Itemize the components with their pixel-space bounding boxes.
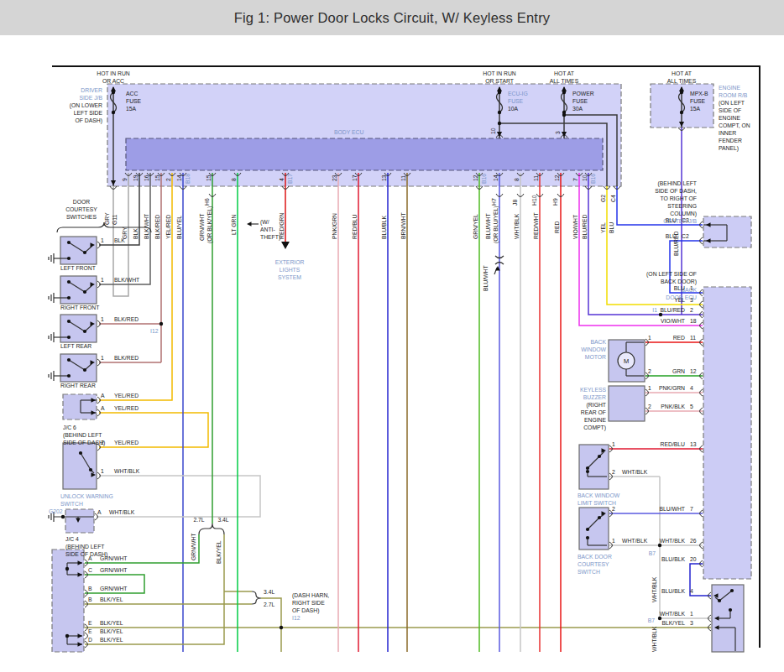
diagram-label: BLU — [666, 233, 677, 239]
diagram-label: SIDE OF DASH) — [63, 440, 105, 446]
diagram-label: B18 — [185, 174, 191, 184]
diagram-label: 19 — [133, 175, 139, 181]
box-left-front-switch — [60, 237, 97, 264]
diagram-label: 12 — [554, 175, 560, 181]
diagram-label: LEFT REAR — [60, 343, 91, 349]
switch-back-lock — [730, 589, 734, 592]
diagram-label: EXTERIOR — [275, 259, 305, 265]
diagram-label: SIDE OF DASH, — [655, 188, 697, 194]
diagram-label: 2 — [612, 506, 615, 512]
diagram-label: COURTESY — [578, 561, 609, 567]
diagram-label: GRN/YEL — [473, 214, 478, 239]
diagram-label: GRN/WHT — [100, 555, 127, 561]
diagram-label: BLK/WHT — [114, 277, 139, 283]
diagram-label: HOT IN RUN — [97, 70, 130, 76]
diagram-label: D — [88, 637, 92, 643]
diagram-label: FUSE — [690, 98, 706, 104]
diagram-label: PNK/GRN — [659, 385, 685, 391]
diagram-label: J8 — [512, 200, 518, 206]
diagram-label: PANEL) — [719, 145, 739, 152]
diagram-label: E — [88, 628, 92, 634]
diagram-label: YEL/RED — [114, 440, 139, 445]
diagram-label: (OR BLK/YEL) — [206, 206, 213, 243]
diagram-label: A — [88, 555, 92, 561]
diagram-label: OR ACC — [102, 78, 124, 84]
diagram-label: 16 — [144, 175, 149, 181]
diagram-label: C2 — [682, 233, 689, 239]
diagram-label: E — [88, 620, 92, 626]
diagram-label: BACK — [590, 339, 606, 345]
diagram-label: MOTOR — [585, 354, 606, 360]
diagram-label: 8 — [514, 178, 520, 181]
diagram-label: YEL/RED — [114, 393, 139, 399]
diagram-label: BACK DOOR) — [661, 279, 697, 285]
diagram-label: 3 — [555, 131, 561, 134]
diagram-label: GRY — [104, 212, 110, 225]
diagram-label: GRN — [672, 368, 685, 374]
diagram-label: G202 — [49, 508, 63, 514]
diagram-label: 12 — [690, 368, 697, 374]
switch-limit — [586, 466, 589, 470]
diagram-label: J/C 6 — [63, 425, 76, 430]
switch-back-lock — [729, 608, 732, 612]
diagram-label: 11 — [400, 175, 406, 181]
diagram-label: B7 — [648, 617, 656, 623]
diagram-label: GRN/WHT — [100, 567, 127, 573]
diagram-label: BLK — [133, 228, 139, 239]
diagram-label: BLU/WHT — [485, 213, 491, 239]
diagram-label: 1 — [101, 316, 104, 322]
junction-dot — [658, 544, 661, 547]
diagram-label: THEFT) — [260, 234, 280, 241]
diagram-label: 1 — [101, 468, 104, 474]
diagram-label: ALL TIMES — [667, 78, 697, 84]
diagram-label: BLK/WHT — [144, 214, 149, 239]
diagram-label: 8 — [231, 178, 237, 181]
diagram-label: 14 — [176, 175, 182, 181]
diagram-label: I1 — [652, 307, 657, 313]
diagram-label: ENGINE — [584, 417, 607, 423]
diagram-label: SWITCH — [60, 501, 83, 507]
diagram-label: YEL/RED — [114, 405, 139, 411]
diagram-label: 7 — [690, 506, 693, 512]
switch-lr — [67, 336, 71, 339]
diagram-label: HOT IN RUN — [483, 70, 516, 76]
diagram-label: BLU/RED — [661, 307, 686, 313]
diagram-label: OF DASH) — [76, 117, 102, 124]
diagram-label: 3.4L — [217, 517, 228, 523]
diagram-label: B17 — [287, 174, 293, 184]
diagram-label: BLU — [666, 217, 677, 223]
diagram-label: (BEHIND LEFT — [65, 544, 104, 550]
diagram-label: 15 — [206, 175, 212, 181]
diagram-label: BLU — [674, 285, 685, 291]
diagram-label: 10 — [490, 128, 496, 134]
diagram-label: BLU/BLK — [381, 216, 387, 239]
diagram-label: 23 — [332, 175, 337, 181]
diagram-label: BACK DOOR — [578, 554, 612, 560]
junction-dot — [112, 111, 115, 114]
diagram-label: INNER — [719, 130, 736, 136]
diagram-label: (BEHIND LEFT — [63, 432, 102, 439]
diagram-label: 20 — [690, 556, 697, 562]
diagram-label: KEYLESS — [580, 387, 606, 393]
diagram-label: H7 — [491, 198, 497, 206]
box-right-front-switch — [60, 276, 97, 304]
diagram-label: 30A — [572, 106, 583, 112]
diagram-label: (W/ — [260, 219, 269, 226]
box-keyless-buzzer — [609, 386, 645, 421]
diagram-label: 26 — [690, 538, 697, 544]
diagram-label: 2 — [101, 440, 104, 445]
diagram-label: 13 — [690, 441, 697, 447]
diagram-label: WHT/BLK — [622, 469, 648, 475]
diagram-label: 5 — [690, 404, 693, 409]
diagram-label: 3 — [690, 297, 693, 303]
diagram-label: 2.7L — [264, 602, 274, 607]
diagram-label: 1 — [101, 237, 104, 243]
diagram-label: BLK/RED — [154, 215, 160, 239]
diagram-label: ENGINE — [719, 85, 741, 91]
diagram-label: BLU/BLK — [661, 588, 685, 594]
diagram-label: B16 — [481, 174, 487, 184]
diagram-label: 14 — [493, 175, 499, 181]
diagram-label: M — [624, 357, 629, 365]
diagram-label: 1 — [101, 277, 104, 283]
diagram-label: WHT/BLK — [651, 626, 657, 652]
